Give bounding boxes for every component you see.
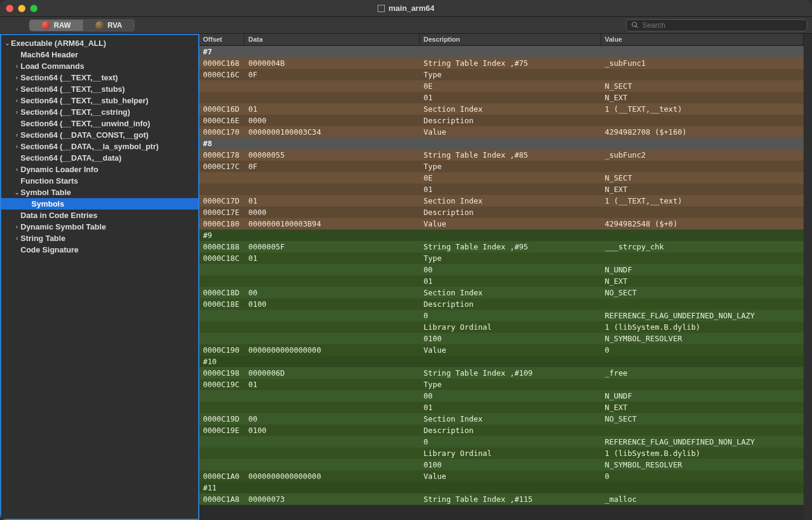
table-row[interactable]: 0000C19C01Type: [199, 379, 804, 390]
sidebar-item[interactable]: Section64 (__DATA,__data): [1, 152, 198, 164]
tree-label: Section64 (__TEXT,__text): [21, 73, 118, 82]
cell-offset: #7: [199, 47, 245, 56]
cell-data: 0F: [245, 162, 420, 171]
cell-value: REFERENCE_FLAG_UNDEFINED_NON_LAZY: [601, 311, 804, 320]
table-row[interactable]: Library Ordinal1 (libSystem.B.dylib): [199, 448, 804, 459]
table-row[interactable]: 01N_EXT: [199, 275, 804, 287]
table-row[interactable]: 00N_UNDF: [199, 390, 804, 402]
sidebar-item[interactable]: ›Section64 (__TEXT,__cstring): [1, 106, 198, 118]
sidebar-item[interactable]: Mach64 Header: [1, 49, 198, 60]
table-row[interactable]: 0000C18C01Type: [199, 252, 804, 264]
cell-data: 0000000000000000: [245, 472, 420, 481]
cell-value: _subFunc2: [601, 150, 804, 159]
sidebar-item[interactable]: Code Signature: [1, 244, 198, 255]
sidebar-item[interactable]: ›Section64 (__TEXT,__stubs): [1, 83, 198, 95]
document-icon: [378, 5, 385, 12]
cell-desc: Description: [420, 208, 601, 217]
table-row[interactable]: 0100N_SYMBOL_RESOLVER: [199, 459, 804, 470]
table-row[interactable]: 0REFERENCE_FLAG_UNDEFINED_NON_LAZY: [199, 310, 804, 321]
table-row[interactable]: 0000C1A800000073String Table Index ,#115…: [199, 493, 804, 505]
col-value-header[interactable]: Value: [601, 34, 804, 45]
sidebar-item[interactable]: ⌄Symbol Table: [1, 187, 198, 198]
col-desc-header[interactable]: Description: [420, 34, 601, 45]
search-field[interactable]: [626, 19, 807, 31]
table-row[interactable]: 0000C16D01Section Index1 (__TEXT,__text): [199, 103, 804, 115]
close-icon[interactable]: [6, 5, 13, 12]
table-row[interactable]: 0000C1880000005FString Table Index ,#95_…: [199, 241, 804, 252]
table-row[interactable]: 0000C16E0000Description: [199, 115, 804, 126]
sidebar-item[interactable]: ›Dynamic Loader Info: [1, 164, 198, 175]
sidebar-item[interactable]: ›Load Commands: [1, 60, 198, 72]
sidebar-item[interactable]: ›Section64 (__TEXT,__stub_helper): [1, 95, 198, 106]
cell-data: 00000073: [245, 495, 420, 504]
table-row[interactable]: 0EN_SECT: [199, 80, 804, 92]
chevron-right-icon: ›: [13, 97, 21, 104]
table-header: Offset Data Description Value: [199, 34, 804, 46]
sidebar-item[interactable]: Data in Code Entries: [1, 210, 198, 221]
table-body[interactable]: #70000C1680000004BString Table Index ,#7…: [199, 46, 804, 520]
table-row[interactable]: 0000C1700000000100003C34Value4294982708 …: [199, 126, 804, 138]
sidebar-item[interactable]: Symbols: [1, 198, 198, 210]
table-row[interactable]: 0000C1900000000000000000Value0: [199, 344, 804, 356]
table-row[interactable]: 0000C19E0100Description: [199, 425, 804, 436]
sidebar-item[interactable]: ›Section64 (__TEXT,__text): [1, 72, 198, 83]
sidebar-item[interactable]: ›Section64 (__DATA,__la_symbol_ptr): [1, 141, 198, 152]
tree-root-item[interactable]: ⌄Executable (ARM64_ALL): [1, 37, 198, 49]
table-row[interactable]: 0100N_SYMBOL_RESOLVER: [199, 333, 804, 344]
minimize-icon[interactable]: [18, 5, 25, 12]
col-offset-header[interactable]: Offset: [199, 34, 245, 45]
sidebar-item[interactable]: Section64 (__TEXT,__unwind_info): [1, 118, 198, 129]
table-row[interactable]: 00N_UNDF: [199, 264, 804, 275]
tree-label: Mach64 Header: [21, 50, 78, 59]
table-row[interactable]: 01N_EXT: [199, 402, 804, 413]
tree-label: Load Commands: [21, 62, 84, 71]
sidebar-item[interactable]: ›Dynamic Symbol Table: [1, 221, 198, 233]
sidebar-item[interactable]: Function Starts: [1, 175, 198, 187]
table-row[interactable]: 0000C1A00000000000000000Value0: [199, 470, 804, 482]
table-row[interactable]: 0000C16C0FType: [199, 69, 804, 80]
table-row[interactable]: Library Ordinal1 (libSystem.B.dylib): [199, 321, 804, 333]
sidebar-item[interactable]: ›String Table: [1, 233, 198, 244]
cell-value: 0: [601, 472, 804, 481]
table-row[interactable]: 0000C1800000000100003B94Value4294982548 …: [199, 218, 804, 230]
tree-label: Section64 (__DATA_CONST,__got): [21, 130, 149, 140]
table-row[interactable]: #10: [199, 356, 804, 367]
table-row[interactable]: 0000C18D00Section IndexNO_SECT: [199, 287, 804, 298]
table-row[interactable]: 01N_EXT: [199, 92, 804, 103]
table-row[interactable]: 0000C17C0FType: [199, 161, 804, 172]
cell-desc: 00: [420, 265, 601, 274]
cell-offset: 0000C18D: [199, 288, 245, 297]
table-row[interactable]: 0000C17E0000Description: [199, 207, 804, 218]
table-row[interactable]: #9: [199, 230, 804, 241]
cell-desc: String Table Index ,#115: [420, 495, 601, 504]
sidebar[interactable]: ⌄Executable (ARM64_ALL)Mach64 Header›Loa…: [0, 34, 199, 520]
table-row[interactable]: 0000C19D00Section IndexNO_SECT: [199, 413, 804, 425]
cell-value: N_SECT: [601, 173, 804, 182]
cell-desc: Description: [420, 300, 601, 309]
scrollbar[interactable]: [804, 34, 812, 520]
raw-button[interactable]: RAW: [29, 19, 83, 31]
table-row[interactable]: 01N_EXT: [199, 184, 804, 195]
cell-offset: 0000C198: [199, 368, 245, 377]
table-row[interactable]: #11: [199, 482, 804, 493]
table-row[interactable]: 0000C17D01Section Index1 (__TEXT,__text): [199, 195, 804, 207]
cell-desc: Type: [420, 70, 601, 79]
sidebar-item[interactable]: ›Section64 (__DATA_CONST,__got): [1, 129, 198, 141]
rva-button[interactable]: RVA: [83, 19, 135, 31]
table-row[interactable]: 0000C17800000055String Table Index ,#85_…: [199, 149, 804, 161]
table-row[interactable]: 0REFERENCE_FLAG_UNDEFINED_NON_LAZY: [199, 436, 804, 448]
table-row[interactable]: #8: [199, 138, 804, 149]
cell-value: 4294982548 ($+0): [601, 219, 804, 228]
table-row[interactable]: 0EN_SECT: [199, 172, 804, 184]
search-input[interactable]: [642, 21, 802, 30]
cell-desc: 0E: [420, 173, 601, 182]
window-title: main_arm64: [378, 4, 434, 13]
table-row[interactable]: #7: [199, 46, 804, 57]
maximize-icon[interactable]: [30, 5, 37, 12]
cell-offset: 0000C180: [199, 219, 245, 228]
col-data-header[interactable]: Data: [245, 34, 420, 45]
table-row[interactable]: 0000C1680000004BString Table Index ,#75_…: [199, 57, 804, 69]
table-row[interactable]: 0000C18E0100Description: [199, 298, 804, 310]
table-row[interactable]: 0000C1980000006DString Table Index ,#109…: [199, 367, 804, 379]
cell-desc: Value: [420, 127, 601, 136]
